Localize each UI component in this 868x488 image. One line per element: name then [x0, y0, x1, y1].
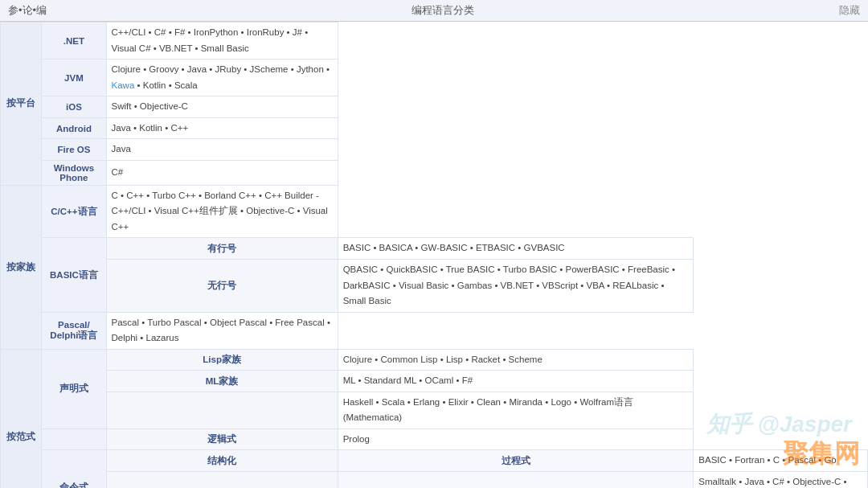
cat-cpp: C/C++语言: [42, 185, 106, 238]
table-row: 命令式 结构化 过程式 BASIC • Fortran • C • Pascal…: [1, 450, 868, 472]
header-left: 参•论•编: [8, 3, 47, 18]
cat-family: 按家族: [1, 185, 42, 349]
cat-structured: 结构化: [106, 450, 338, 472]
main-table: 按平台 .NET C++/CLI • C# • F# • IronPython …: [0, 22, 868, 488]
table-row: iOS Swift • Objective-C: [1, 96, 868, 118]
cat-basic-line: 有行号: [106, 238, 338, 260]
cat-winphone: Windows Phone: [42, 160, 106, 185]
table-row: 逻辑式 Prolog: [1, 429, 868, 450]
cat-platform: 按平台: [1, 23, 42, 186]
table-row: 面向对象 Smalltalk • Java • C# • Objective-C…: [1, 472, 868, 488]
content-android: Java • Kotlin • C++: [106, 117, 338, 139]
table-row: Fire OS Java: [1, 139, 868, 161]
content-fireos: Java: [106, 139, 338, 161]
cat-pascal: Pascal/Delphi语言: [42, 312, 106, 349]
table-row: Haskell • Scala • Erlang • Elixir • Clea…: [1, 392, 868, 429]
table-row: Android Java • Kotlin • C++: [1, 117, 868, 139]
cat-dotnet: .NET: [42, 23, 106, 59]
content-procedural: BASIC • Fortran • C • Pascal • Go: [694, 450, 868, 472]
table-row: Windows Phone C#: [1, 160, 868, 185]
cat-fireos: Fire OS: [42, 139, 106, 161]
cat-logic-sub: 逻辑式: [106, 429, 338, 450]
table-row: 按范式 声明式 Lisp家族 Clojure • Common Lisp • L…: [1, 349, 868, 371]
cat-procedural: 过程式: [338, 450, 694, 472]
cat-oop-sub: 面向对象: [338, 472, 694, 488]
cat-lisp: Lisp家族: [106, 349, 338, 371]
cat-jvm: JVM: [42, 59, 106, 96]
cat-ios: iOS: [42, 96, 106, 118]
cat-basic-noline: 无行号: [106, 260, 338, 313]
table-row: 按家族 C/C++语言 C • C++ • Turbo C++ • Borlan…: [1, 185, 868, 238]
table-row: ML家族 ML • Standard ML • OCaml • F#: [1, 371, 868, 392]
content-jvm: Clojure • Groovy • Java • JRuby • JSchem…: [106, 59, 338, 96]
content-cpp: C • C++ • Turbo C++ • Borland C++ • C++ …: [106, 185, 338, 238]
cat-imperative: 命令式: [42, 450, 106, 488]
content-ios: Swift • Objective-C: [106, 96, 338, 118]
header-title: 编程语言分类: [411, 3, 474, 18]
cat-declarative: 声明式: [42, 349, 106, 429]
table-row: Pascal/Delphi语言 Pascal • Turbo Pascal • …: [1, 312, 868, 349]
content-prolog: Prolog: [338, 429, 694, 450]
table-row: JVM Clojure • Groovy • Java • JRuby • JS…: [1, 59, 868, 96]
content-lisp: Clojure • Common Lisp • Lisp • Racket • …: [338, 349, 694, 371]
content-basic-line: BASIC • BASICA • GW-BASIC • ETBASIC • GV…: [338, 238, 694, 260]
table-row: BASIC语言 有行号 BASIC • BASICA • GW-BASIC • …: [1, 238, 868, 260]
table-row: 按平台 .NET C++/CLI • C# • F# • IronPython …: [1, 23, 868, 59]
cat-oop: [106, 472, 338, 488]
content-oop: Smalltalk • Java • C# • Objective-C • C+…: [694, 472, 868, 488]
content-functional-other: Haskell • Scala • Erlang • Elixir • Clea…: [338, 392, 694, 429]
page-header: 参•论•编 编程语言分类 隐藏: [0, 0, 868, 22]
hide-button[interactable]: 隐藏: [839, 3, 860, 18]
cat-ml: ML家族: [106, 371, 338, 392]
cat-paradigm: 按范式: [1, 349, 42, 488]
cat-logic: [42, 429, 106, 450]
cat-android: Android: [42, 117, 106, 139]
table-row: 无行号 QBASIC • QuickBASIC • True BASIC • T…: [1, 260, 868, 313]
content-pascal: Pascal • Turbo Pascal • Object Pascal • …: [106, 312, 338, 349]
content-basic-noline: QBASIC • QuickBASIC • True BASIC • Turbo…: [338, 260, 694, 313]
cat-functional-other: [106, 392, 338, 429]
content-dotnet: C++/CLI • C# • F# • IronPython • IronRub…: [106, 23, 338, 59]
content-ml: ML • Standard ML • OCaml • F#: [338, 371, 694, 392]
cat-basic: BASIC语言: [42, 238, 106, 312]
content-winphone: C#: [106, 160, 338, 185]
